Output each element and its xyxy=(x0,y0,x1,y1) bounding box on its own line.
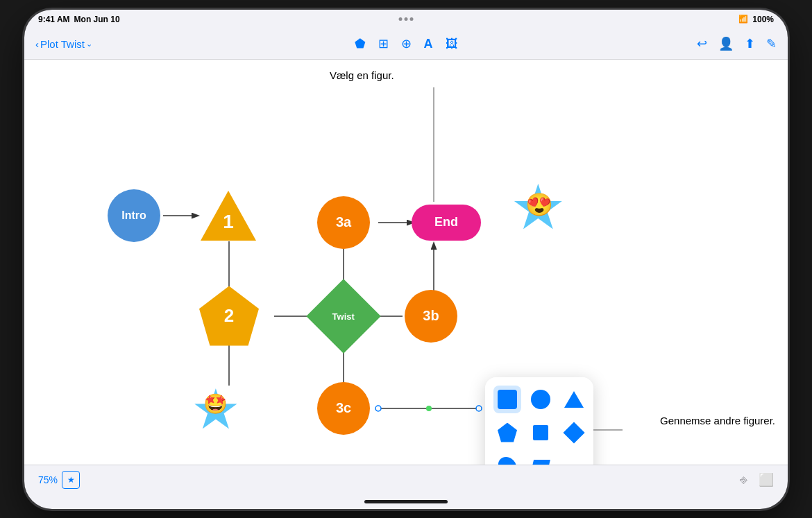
zoom-level: 75% xyxy=(38,474,58,485)
chevron-left-icon: ‹ xyxy=(35,38,39,50)
collab-button[interactable]: 👤 xyxy=(718,36,734,51)
callout-top-text: Vælg en figur. xyxy=(330,69,394,81)
wifi-icon: 📶 xyxy=(738,15,748,24)
shape-3a[interactable]: 3a xyxy=(317,196,370,249)
back-button[interactable]: ‹ Plot Twist ⌄ xyxy=(35,38,92,50)
callout-right-line-svg xyxy=(24,60,788,465)
callout-right-text: Gennemse andre figurer. xyxy=(660,413,775,428)
pentagon-shape-option xyxy=(498,423,517,442)
fullscreen-button[interactable]: ⬜ xyxy=(759,472,774,487)
diamond-shape-option xyxy=(563,422,584,443)
undo-button[interactable]: ↩ xyxy=(697,36,707,51)
picker-teardrop[interactable] xyxy=(493,452,521,465)
picker-parallelogram[interactable] xyxy=(527,452,555,465)
connections-svg xyxy=(24,60,788,465)
picker-pentagon[interactable] xyxy=(493,419,521,447)
svg-point-9 xyxy=(375,406,381,411)
share-button[interactable]: ⬆ xyxy=(745,36,755,51)
picker-more[interactable]: ··· xyxy=(560,452,588,465)
picker-triangle[interactable] xyxy=(560,386,588,413)
triangle-shape-option xyxy=(564,391,584,408)
picker-square[interactable] xyxy=(493,386,521,413)
circle-shape-option xyxy=(531,390,550,409)
svg-text:1: 1 xyxy=(223,211,234,232)
time: 9:41 AM xyxy=(38,15,70,24)
callout-lines-svg xyxy=(24,60,788,465)
square-shape-option xyxy=(498,390,517,409)
shape-end[interactable]: End xyxy=(412,205,481,241)
bottom-right-icons: ⎆ ⬜ xyxy=(740,472,774,487)
more-shapes-icon: ··· xyxy=(568,458,580,465)
teardrop-shape-option xyxy=(495,453,521,464)
insert-shapes-button[interactable]: ⬟ xyxy=(355,36,366,51)
insert-table-button[interactable]: ⊞ xyxy=(378,36,389,51)
star-top-right[interactable]: ★ 😍 xyxy=(510,176,566,239)
toolbar-left: ‹ Plot Twist ⌄ xyxy=(35,38,218,50)
picker-circle[interactable] xyxy=(527,386,555,413)
picker-small-square[interactable] xyxy=(527,419,555,447)
zoom-button[interactable]: ★ xyxy=(62,471,80,489)
shape-3c[interactable]: 3c xyxy=(317,382,370,435)
insert-text-button[interactable]: A xyxy=(424,37,433,51)
date: Mon Jun 10 xyxy=(74,15,120,24)
shape-1[interactable]: 1 xyxy=(198,188,259,243)
home-indicator xyxy=(24,495,788,509)
shape-2[interactable]: 2 xyxy=(199,286,259,346)
zoom-indicator: 75% ★ xyxy=(38,471,80,489)
home-bar xyxy=(364,500,448,503)
toolbar: ‹ Plot Twist ⌄ ⬟ ⊞ ⊕ A 🖼 ↩ 👤 ⬆ ✎ xyxy=(24,29,788,60)
arrange-button[interactable]: ⎆ xyxy=(740,473,747,487)
doc-title: Plot Twist xyxy=(40,38,85,50)
status-left: 9:41 AM Mon Jun 10 xyxy=(38,15,120,24)
chevron-down-icon: ⌄ xyxy=(86,40,92,49)
bottom-bar: 75% ★ ⎆ ⬜ xyxy=(24,465,788,495)
toolbar-right: ↩ 👤 ⬆ ✎ xyxy=(594,36,777,51)
svg-point-10 xyxy=(426,406,432,411)
more-button[interactable]: ✎ xyxy=(766,36,777,51)
status-right: 📶 100% xyxy=(738,15,774,24)
shape-3b[interactable]: 3b xyxy=(405,290,457,343)
picker-diamond[interactable] xyxy=(560,419,588,447)
status-bar: 9:41 AM Mon Jun 10 📶 100% xyxy=(24,10,788,29)
shape-twist[interactable]: Twist xyxy=(306,279,380,353)
insert-chart-button[interactable]: ⊕ xyxy=(401,36,412,51)
canvas-area: Intro 1 3a End ★ 😍 2 Twist xyxy=(24,60,788,465)
toolbar-center: ⬟ ⊞ ⊕ A 🖼 xyxy=(223,36,589,51)
insert-media-button[interactable]: 🖼 xyxy=(446,37,458,51)
small-square-shape-option xyxy=(533,425,548,440)
intro-shape[interactable]: Intro xyxy=(108,189,160,242)
battery: 100% xyxy=(752,15,774,24)
shape-picker[interactable]: ··· xyxy=(485,377,593,465)
svg-point-11 xyxy=(476,406,482,411)
parallelogram-shape-option xyxy=(531,460,550,465)
star-bottom-left[interactable]: ★ 🤩 xyxy=(191,382,241,438)
ipad-frame: 9:41 AM Mon Jun 10 📶 100% ‹ Plot Twist ⌄… xyxy=(24,10,788,509)
